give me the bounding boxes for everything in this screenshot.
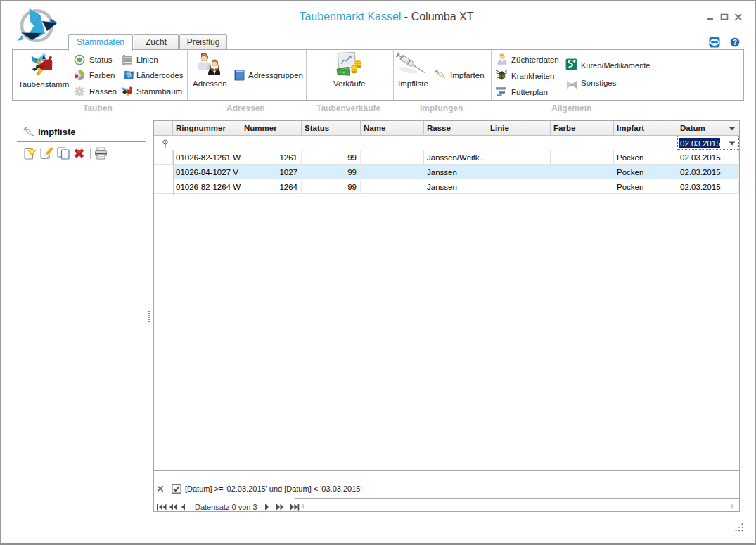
svg-text:?: ?: [733, 39, 737, 46]
